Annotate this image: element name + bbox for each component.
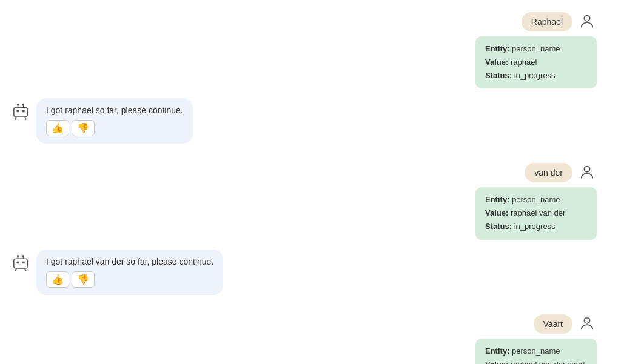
entity-value-1: person_name bbox=[512, 44, 560, 53]
bot-avatar-1 bbox=[10, 101, 32, 122]
user-avatar-3 bbox=[577, 314, 597, 334]
svg-point-20 bbox=[584, 317, 589, 323]
entity-label-2: Entity: bbox=[485, 195, 509, 204]
user-bubble-text-1: Raphael bbox=[531, 17, 563, 27]
bot-avatar-2 bbox=[10, 252, 32, 274]
value-label-3: Value: bbox=[485, 360, 508, 364]
entity-value-3: person_name bbox=[512, 346, 560, 356]
user-message-group-1: Raphael Entity: person_name Value: rapha… bbox=[0, 12, 621, 88]
thumbs-down-button-1[interactable]: 👎 bbox=[72, 120, 95, 136]
thumbs-down-icon-1: 👎 bbox=[77, 122, 89, 134]
thumbs-up-button-1[interactable]: 👍 bbox=[46, 120, 69, 136]
thumbs-up-icon-2: 👍 bbox=[52, 274, 64, 285]
bot-bubble-text-1: I got raphael so far, please continue. bbox=[46, 105, 183, 115]
entity-label-1: Entity: bbox=[485, 44, 509, 53]
user-bubble-3: Vaart bbox=[534, 314, 572, 334]
svg-rect-11 bbox=[14, 259, 28, 268]
thumbs-down-button-2[interactable]: 👎 bbox=[72, 271, 95, 288]
entity-card-1-value: Value: raphael bbox=[485, 56, 587, 69]
entity-card-2-entity: Entity: person_name bbox=[485, 193, 587, 207]
entity-card-2: Entity: person_name Value: raphael van d… bbox=[475, 187, 597, 239]
user-bubble-row-1: Raphael bbox=[522, 12, 597, 31]
feedback-row-2: 👍 👎 bbox=[46, 271, 213, 288]
user-bubble-row-3: Vaart bbox=[534, 314, 597, 334]
user-avatar-1 bbox=[577, 12, 597, 31]
entity-card-1: Entity: person_name Value: raphael Statu… bbox=[475, 36, 597, 88]
value-value-1: raphael bbox=[511, 58, 537, 67]
thumbs-down-icon-2: 👎 bbox=[77, 274, 89, 285]
bot-bubble-wrapper-2: I got raphael van der so far, please con… bbox=[36, 250, 223, 295]
value-label-2: Value: bbox=[485, 208, 508, 217]
user-bubble-text-2: van der bbox=[534, 168, 563, 177]
status-label-2: Status: bbox=[485, 222, 512, 231]
svg-point-16 bbox=[17, 255, 19, 257]
user-message-group-3: Vaart Entity: person_name Value: raphael… bbox=[0, 314, 621, 364]
entity-card-3-entity: Entity: person_name bbox=[485, 345, 587, 358]
bot-message-group-1: I got raphael so far, please continue. 👍… bbox=[0, 98, 621, 144]
svg-point-6 bbox=[17, 104, 19, 105]
svg-rect-13 bbox=[22, 261, 25, 263]
entity-card-2-status: Status: in_progress bbox=[485, 220, 587, 233]
svg-point-10 bbox=[584, 167, 589, 172]
entity-card-3-value: Value: raphael van der vaart bbox=[485, 358, 587, 364]
bot-message-group-2: I got raphael van der so far, please con… bbox=[0, 250, 621, 295]
bot-bubble-wrapper-1: I got raphael so far, please continue. 👍… bbox=[36, 98, 193, 144]
svg-point-7 bbox=[22, 104, 24, 105]
value-value-2: raphael van der bbox=[511, 208, 565, 217]
svg-rect-2 bbox=[16, 110, 19, 112]
entity-label-3: Entity: bbox=[485, 346, 509, 356]
user-bubble-row-2: van der bbox=[525, 163, 597, 182]
status-label-1: Status: bbox=[485, 71, 512, 80]
user-avatar-2 bbox=[577, 163, 597, 182]
bot-bubble-1: I got raphael so far, please continue. 👍… bbox=[36, 98, 193, 144]
user-bubble-text-3: Vaart bbox=[543, 319, 563, 329]
status-value-2: in_progress bbox=[514, 222, 556, 231]
value-value-3: raphael van der vaart bbox=[511, 360, 585, 364]
thumbs-up-button-2[interactable]: 👍 bbox=[46, 271, 69, 288]
svg-rect-12 bbox=[16, 261, 19, 263]
chat-container[interactable]: Raphael Entity: person_name Value: rapha… bbox=[0, 0, 621, 364]
svg-point-17 bbox=[22, 255, 24, 257]
entity-card-1-status: Status: in_progress bbox=[485, 69, 587, 82]
entity-value-2: person_name bbox=[512, 195, 560, 204]
svg-rect-3 bbox=[22, 110, 25, 112]
user-bubble-1: Raphael bbox=[522, 12, 572, 31]
entity-card-2-value: Value: raphael van der bbox=[485, 207, 587, 220]
entity-card-1-entity: Entity: person_name bbox=[485, 42, 587, 56]
bot-bubble-2: I got raphael van der so far, please con… bbox=[36, 250, 223, 295]
user-message-group-2: van der Entity: person_name Value: rapha… bbox=[0, 163, 621, 239]
thumbs-up-icon-1: 👍 bbox=[52, 122, 64, 134]
status-value-1: in_progress bbox=[514, 71, 556, 80]
feedback-row-1: 👍 👎 bbox=[46, 120, 183, 136]
svg-point-0 bbox=[584, 16, 589, 21]
value-label-1: Value: bbox=[485, 58, 508, 67]
svg-rect-1 bbox=[14, 108, 28, 117]
entity-card-3: Entity: person_name Value: raphael van d… bbox=[475, 339, 597, 364]
user-bubble-2: van der bbox=[525, 163, 572, 182]
bot-bubble-text-2: I got raphael van der so far, please con… bbox=[46, 257, 213, 266]
